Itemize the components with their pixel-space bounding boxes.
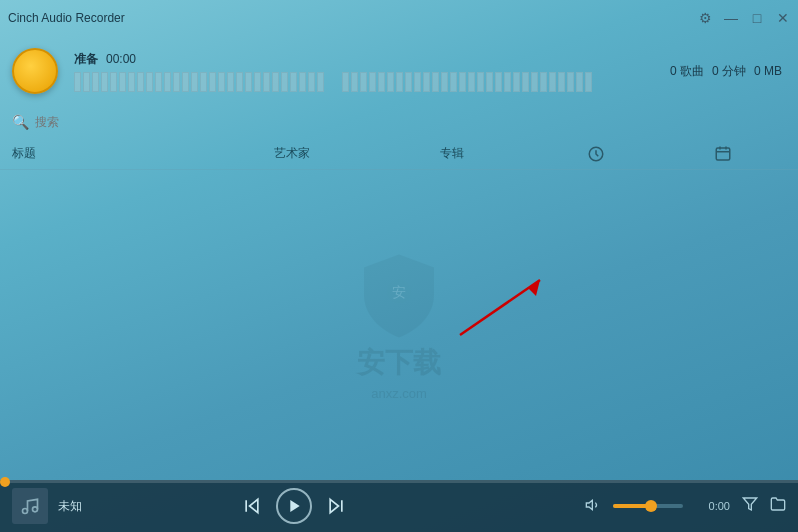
bar-cell — [218, 72, 225, 92]
album-art — [12, 488, 48, 524]
bar-cell — [396, 72, 403, 92]
column-artist: 艺术家 — [212, 145, 372, 162]
search-input[interactable] — [35, 115, 185, 129]
bar-cell — [585, 72, 592, 92]
bar-cell — [540, 72, 547, 92]
bar-cell — [360, 72, 367, 92]
svg-marker-8 — [528, 280, 540, 296]
watermark-text2: anxz.com — [371, 386, 427, 401]
bar-cell — [549, 72, 556, 92]
svg-rect-1 — [716, 148, 730, 160]
bar-cell — [254, 72, 261, 92]
prev-button[interactable] — [242, 496, 262, 516]
svg-point-5 — [387, 280, 411, 304]
folder-icon[interactable] — [770, 496, 786, 516]
bar-cell — [567, 72, 574, 92]
bar-cell — [450, 72, 457, 92]
bar-cell — [576, 72, 583, 92]
size-count: 0 MB — [754, 64, 782, 78]
bar-cell — [459, 72, 466, 92]
top-section: 准备 00:00 — [0, 36, 798, 106]
app-title: Cinch Audio Recorder — [8, 11, 125, 25]
record-button[interactable] — [12, 48, 58, 94]
bar-cell — [387, 72, 394, 92]
bar-cell — [468, 72, 475, 92]
player-controls — [242, 488, 346, 524]
status-label: 准备 — [74, 51, 98, 68]
bar-cell — [495, 72, 502, 92]
window-controls: ⚙ — □ ✕ — [696, 9, 792, 27]
watermark: 安 安下载 anxz.com — [357, 250, 441, 401]
bar-cell — [128, 72, 135, 92]
title-bar: Cinch Audio Recorder ⚙ — □ ✕ — [0, 0, 798, 36]
bar-cell — [351, 72, 358, 92]
bar-cell — [290, 72, 297, 92]
bar-cell — [263, 72, 270, 92]
svg-marker-14 — [330, 499, 338, 512]
watermark-shield-icon: 安 — [359, 250, 439, 340]
bar-cell — [245, 72, 252, 92]
next-button[interactable] — [326, 496, 346, 516]
close-button[interactable]: ✕ — [774, 9, 792, 27]
svg-text:安: 安 — [392, 284, 406, 300]
volume-slider[interactable] — [613, 504, 683, 508]
minimize-button[interactable]: — — [722, 9, 740, 27]
column-album: 专辑 — [372, 145, 532, 162]
visualizer-bars — [74, 72, 654, 92]
bottom-player: 未知 — [0, 480, 798, 532]
svg-marker-16 — [586, 500, 592, 509]
stats-panel: 0 歌曲 0 分钟 0 MB — [670, 63, 786, 80]
column-time-icon — [532, 145, 659, 163]
bar-cell — [405, 72, 412, 92]
bar-cell — [92, 72, 99, 92]
bar-cell — [513, 72, 520, 92]
bar-cell — [236, 72, 243, 92]
red-arrow-icon — [440, 270, 560, 350]
time-display: 0:00 — [695, 500, 730, 512]
bar-cell — [414, 72, 421, 92]
bar-cell — [369, 72, 376, 92]
settings-button[interactable]: ⚙ — [696, 9, 714, 27]
bar-cell — [137, 72, 144, 92]
bar-cell — [164, 72, 171, 92]
volume-icon — [585, 497, 601, 516]
play-icon — [287, 498, 303, 514]
bar-cell — [308, 72, 315, 92]
bar-group-right — [342, 72, 592, 92]
bar-cell — [342, 72, 349, 92]
visualizer-area: 准备 00:00 — [74, 51, 654, 92]
svg-point-10 — [33, 507, 38, 512]
bar-cell — [486, 72, 493, 92]
track-name: 未知 — [58, 498, 118, 515]
search-bar: 🔍 — [0, 106, 798, 138]
time-label: 00:00 — [106, 52, 136, 66]
progress-bar[interactable] — [0, 480, 798, 483]
bar-cell — [317, 72, 324, 92]
duration-count: 0 分钟 — [712, 63, 746, 80]
column-calendar-icon — [659, 145, 786, 163]
bar-cell — [101, 72, 108, 92]
svg-marker-11 — [250, 499, 258, 512]
play-button[interactable] — [276, 488, 312, 524]
column-title: 标题 — [12, 145, 212, 162]
bar-cell — [74, 72, 81, 92]
progress-dot — [0, 477, 10, 487]
bar-cell — [558, 72, 565, 92]
bar-cell — [227, 72, 234, 92]
bar-cell — [299, 72, 306, 92]
bar-cell — [209, 72, 216, 92]
track-info: 未知 — [58, 498, 118, 515]
filter-icon[interactable] — [742, 496, 758, 516]
bar-cell — [110, 72, 117, 92]
search-icon: 🔍 — [12, 114, 29, 130]
bar-cell — [272, 72, 279, 92]
svg-point-9 — [23, 509, 28, 514]
column-headers: 标题 艺术家 专辑 — [0, 138, 798, 170]
maximize-button[interactable]: □ — [748, 9, 766, 27]
bar-cell — [200, 72, 207, 92]
bar-cell — [531, 72, 538, 92]
bar-cell — [378, 72, 385, 92]
right-controls: 0:00 — [585, 496, 786, 516]
bar-cell — [119, 72, 126, 92]
songs-count: 0 歌曲 — [670, 63, 704, 80]
